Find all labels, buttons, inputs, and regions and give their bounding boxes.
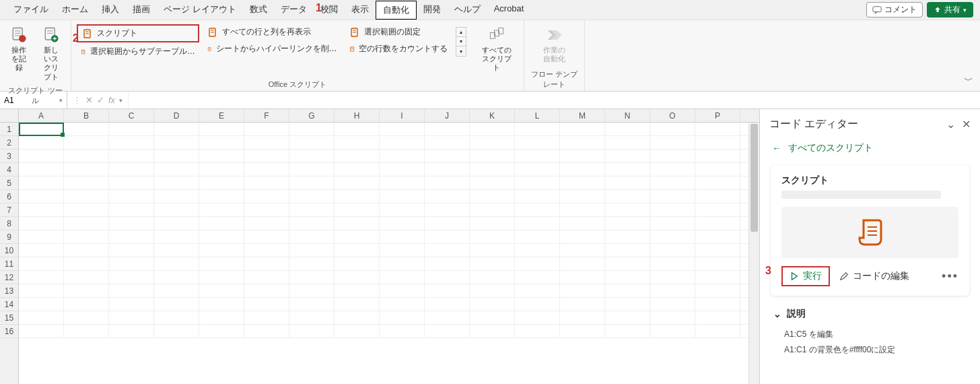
cell[interactable] (64, 244, 109, 257)
cell[interactable] (19, 123, 64, 135)
cell[interactable] (380, 230, 425, 243)
row-header[interactable]: 4 (0, 163, 18, 177)
column-header[interactable]: K (470, 109, 515, 122)
cell[interactable] (425, 230, 470, 243)
cell[interactable] (154, 271, 199, 284)
cell[interactable] (695, 284, 740, 297)
cell[interactable] (64, 257, 109, 270)
gallery-script-button[interactable]: スクリプト (77, 24, 199, 42)
cell[interactable] (650, 123, 695, 135)
new-script-button[interactable]: 新しいス クリプト (36, 23, 65, 84)
cell[interactable] (560, 177, 605, 189)
cell[interactable] (605, 150, 650, 162)
cell[interactable] (154, 257, 199, 270)
cell[interactable] (109, 284, 154, 297)
menu-item-ページ レイアウト[interactable]: ページ レイアウト (157, 1, 243, 20)
cell[interactable] (335, 136, 380, 149)
cell[interactable] (335, 257, 380, 270)
cell[interactable] (199, 177, 244, 189)
column-header[interactable]: P (695, 109, 740, 122)
cell[interactable] (64, 217, 109, 230)
menu-item-表示[interactable]: 表示 (345, 1, 376, 20)
cell[interactable] (244, 203, 289, 216)
cell[interactable] (335, 177, 380, 189)
cell[interactable] (470, 311, 515, 324)
cell[interactable] (244, 325, 289, 338)
cell[interactable] (154, 136, 199, 149)
scrollbar-thumb[interactable] (750, 124, 758, 232)
cell[interactable] (109, 123, 154, 135)
cell[interactable] (289, 298, 335, 311)
cell[interactable] (289, 284, 335, 297)
column-header[interactable]: M (560, 109, 605, 122)
gallery-subtable-button[interactable]: 選択範囲からサブテーブル… (77, 44, 199, 59)
cell[interactable] (289, 136, 335, 149)
cell[interactable] (109, 163, 154, 176)
cell[interactable] (19, 257, 64, 270)
column-header[interactable]: J (425, 109, 470, 122)
cell[interactable] (154, 311, 199, 324)
row-header[interactable]: 8 (0, 217, 18, 230)
cell[interactable] (199, 190, 244, 203)
cell[interactable] (109, 203, 154, 216)
all-scripts-button[interactable]: すべての スクリプト (475, 23, 518, 75)
cell[interactable] (605, 190, 650, 203)
cell[interactable] (154, 217, 199, 230)
cell[interactable] (154, 150, 199, 162)
cell[interactable] (19, 298, 64, 311)
menu-item-Acrobat[interactable]: Acrobat (487, 1, 531, 20)
cell[interactable] (380, 203, 425, 216)
cell[interactable] (560, 311, 605, 324)
cell[interactable] (289, 217, 335, 230)
cell[interactable] (19, 244, 64, 257)
cell[interactable] (289, 325, 335, 338)
cell[interactable] (154, 325, 199, 338)
cell[interactable] (335, 150, 380, 162)
cell[interactable] (380, 123, 425, 135)
cell[interactable] (19, 271, 64, 284)
cell[interactable] (695, 271, 740, 284)
cell[interactable] (380, 325, 425, 338)
column-header[interactable]: O (650, 109, 695, 122)
cell[interactable] (64, 298, 109, 311)
cell[interactable] (154, 123, 199, 135)
cell[interactable] (605, 217, 650, 230)
menu-item-データ[interactable]: データ (274, 1, 314, 20)
edit-code-button[interactable]: コードの編集 (839, 270, 909, 282)
cell[interactable] (64, 190, 109, 203)
cell[interactable] (199, 163, 244, 176)
cell[interactable] (560, 150, 605, 162)
cell[interactable] (695, 244, 740, 257)
select-all-corner[interactable] (0, 109, 19, 122)
cell[interactable] (650, 284, 695, 297)
cell[interactable] (650, 217, 695, 230)
cell[interactable] (64, 230, 109, 243)
cell[interactable] (560, 230, 605, 243)
cell[interactable] (380, 177, 425, 189)
cell[interactable] (695, 230, 740, 243)
cell[interactable] (154, 190, 199, 203)
cell[interactable] (515, 123, 560, 135)
cell[interactable] (335, 271, 380, 284)
cell[interactable] (560, 123, 605, 135)
cell[interactable] (425, 257, 470, 270)
cell[interactable] (560, 217, 605, 230)
cell[interactable] (154, 177, 199, 189)
cell[interactable] (515, 325, 560, 338)
cell[interactable] (560, 244, 605, 257)
cell[interactable] (380, 311, 425, 324)
cell[interactable] (154, 244, 199, 257)
cell[interactable] (154, 203, 199, 216)
gallery-showall-button[interactable]: すべての行と列を再表示 (203, 24, 341, 40)
cell[interactable] (695, 150, 740, 162)
cell[interactable] (560, 325, 605, 338)
cell[interactable] (650, 177, 695, 189)
column-header[interactable]: F (244, 109, 289, 122)
cell[interactable] (199, 298, 244, 311)
row-header[interactable]: 9 (0, 230, 18, 244)
menu-item-描画[interactable]: 描画 (126, 1, 157, 20)
cell[interactable] (470, 177, 515, 189)
cell[interactable] (199, 325, 244, 338)
cell[interactable] (244, 284, 289, 297)
cell[interactable] (695, 163, 740, 176)
